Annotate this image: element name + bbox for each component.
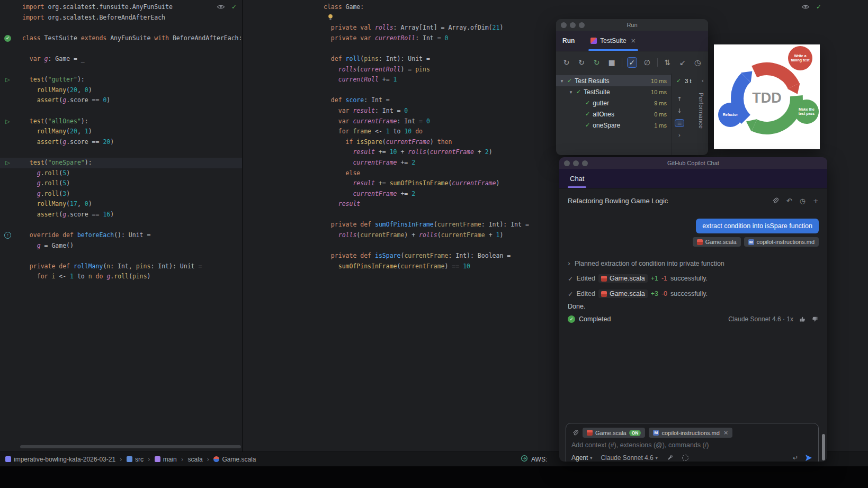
stop-button[interactable]: ■ — [606, 57, 616, 68]
test-tree-row[interactable]: ▾✓Test Results10 ms — [556, 75, 671, 86]
insert-icon[interactable]: ↵ — [793, 454, 798, 462]
zoom-traffic-light[interactable] — [582, 160, 588, 166]
override-marker-icon: ↑ — [4, 232, 11, 239]
scala-file-icon — [601, 291, 607, 297]
run-test-icon[interactable]: ▷ — [4, 159, 11, 166]
chat-window-titlebar[interactable]: GitHub Copilot Chat — [559, 157, 827, 169]
chat-tab-strip: Chat — [559, 169, 827, 188]
expand-panel-icon[interactable]: › — [678, 132, 681, 139]
edited-file-link[interactable]: Game.scala — [598, 274, 648, 283]
attach-icon[interactable] — [771, 197, 779, 205]
filter-menu-icon[interactable]: ≡ — [675, 119, 684, 127]
desktop-background — [0, 466, 868, 488]
sort-by-duration-button[interactable]: ⇅ — [663, 57, 673, 68]
test-tree-row[interactable]: ✓oneSpare1 ms — [556, 120, 671, 131]
horizontal-scrollbar[interactable] — [20, 445, 241, 448]
code-line: var g: Game = _ — [0, 54, 242, 65]
agent-mode-selector[interactable]: Agent ▾ — [571, 454, 592, 462]
minimize-traffic-light[interactable] — [570, 22, 576, 28]
intention-bulb-icon[interactable] — [327, 13, 334, 23]
chat-input-box[interactable]: Game.scalaONMcopilot-instructions.md× Ag… — [566, 423, 819, 462]
close-tab-icon[interactable]: × — [631, 37, 636, 44]
code-line: for i <- 1 to n do g.roll(pins) — [0, 272, 242, 282]
expand-chevron-icon[interactable]: › — [568, 259, 570, 267]
thumbs-down-icon[interactable] — [811, 315, 819, 323]
close-traffic-light[interactable] — [564, 160, 570, 166]
tools-wrench-icon[interactable] — [666, 454, 674, 462]
history-icon[interactable]: ◷ — [800, 197, 806, 205]
tab-performance[interactable]: Performance — [698, 93, 704, 129]
minimize-traffic-light[interactable] — [573, 160, 579, 166]
code-line — [0, 65, 242, 75]
thumbs-up-icon[interactable] — [799, 315, 806, 323]
code-line: g.roll(5) — [0, 168, 242, 179]
passed-count-label: 3 t — [685, 78, 691, 84]
chat-message-input[interactable] — [571, 441, 813, 449]
run-class-icon[interactable]: ✓ — [4, 35, 11, 42]
test-name: Test Results — [575, 77, 609, 85]
model-selector[interactable]: Claude Sonnet 4.6 ▾ — [601, 454, 657, 462]
run-window-titlebar[interactable]: Run — [556, 19, 708, 31]
expand-chevron-icon[interactable]: ▾ — [567, 89, 575, 95]
run-toolbar: ↻↻↻■✓∅⇅↙◷ — [556, 51, 708, 74]
test-tree-row[interactable]: ▾✓TestSuite10 ms — [556, 86, 671, 97]
run-test-icon[interactable]: ▷ — [4, 76, 11, 83]
breadcrumb-item[interactable]: scala — [188, 456, 203, 463]
tab-chat[interactable]: Chat — [568, 169, 586, 188]
input-context-chip[interactable]: Game.scalaON — [583, 428, 645, 438]
chat-scrollbar[interactable] — [822, 434, 825, 460]
toolbar-separator — [657, 58, 658, 67]
test-history-button[interactable]: ◷ — [693, 57, 703, 68]
folder-main-icon — [155, 456, 160, 462]
run-tab-strip: Run TestSuite × — [556, 31, 708, 51]
undo-icon[interactable]: ↶ — [786, 197, 792, 205]
completed-check-icon: ✓ — [568, 315, 575, 323]
context-chip[interactable]: Mcopilot-instructions.md — [744, 237, 819, 247]
test-name: gutter — [593, 100, 609, 107]
edited-file-link[interactable]: Game.scala — [598, 290, 648, 298]
previous-result-icon[interactable]: ↑ — [677, 96, 682, 103]
attach-context-icon[interactable] — [571, 429, 579, 437]
code-line: class Game: — [243, 2, 868, 13]
scala-file-icon — [601, 276, 607, 282]
breadcrumb-item[interactable]: src — [127, 456, 144, 463]
editor-testsuite[interactable]: ✓▷▷▷↑ import org.scalatest.funsuite.AnyF… — [0, 0, 242, 451]
reader-mode-eye-icon[interactable] — [217, 3, 225, 11]
tab-testsuite[interactable]: TestSuite × — [585, 31, 641, 51]
editor-split-divider[interactable] — [242, 0, 243, 451]
show-ignored-button[interactable]: ∅ — [642, 57, 652, 68]
reader-mode-eye-icon[interactable] — [801, 3, 810, 11]
edit-result-row: ✓EditedGame.scala+1-1successfully. — [568, 274, 819, 283]
no-problems-check-icon[interactable]: ✓ — [816, 3, 821, 11]
plan-collapsible-row[interactable]: › Planned extraction of condition into p… — [568, 259, 819, 267]
usage-quota-icon[interactable] — [682, 455, 688, 461]
test-tree-row[interactable]: ✓allOnes0 ms — [556, 109, 671, 120]
breadcrumb-item[interactable]: Game.scala — [213, 456, 256, 463]
model-label: Claude Sonnet 4.6 — [601, 454, 653, 462]
breadcrumb-item[interactable]: imperative-bowling-kata-2026-03-21 — [5, 456, 115, 463]
send-button[interactable] — [804, 454, 813, 462]
test-results-tree[interactable]: ▾✓Test Results10 ms▾✓TestSuite10 ms ✓gut… — [556, 74, 671, 155]
show-passed-button[interactable]: ✓ — [627, 57, 638, 68]
toggle-auto-rerun-button[interactable]: ↻ — [592, 57, 602, 68]
rerun-button[interactable]: ↻ — [561, 57, 571, 68]
new-chat-icon[interactable]: + — [813, 197, 819, 205]
no-problems-check-icon[interactable]: ✓ — [231, 3, 237, 11]
context-chip[interactable]: Game.scala — [693, 237, 741, 247]
navigate-to-test-button[interactable]: ↙ — [677, 57, 687, 68]
close-traffic-light[interactable] — [561, 22, 567, 28]
code-line: g.roll(3) — [0, 189, 242, 200]
breadcrumb-item[interactable]: main — [155, 456, 177, 463]
collapse-panel-icon[interactable]: ‹ — [702, 77, 706, 84]
aws-status-widget[interactable]: AWS: — [521, 452, 547, 466]
next-result-icon[interactable]: ↓ — [677, 107, 682, 114]
code-area[interactable]: import org.scalatest.funsuite.AnyFunSuit… — [0, 0, 242, 282]
expand-chevron-icon[interactable]: ▾ — [558, 78, 566, 84]
code-line: test("oneSpare"): — [0, 158, 242, 168]
rerun-failed-button[interactable]: ↻ — [576, 57, 586, 68]
zoom-traffic-light[interactable] — [579, 22, 585, 28]
chip-close-icon[interactable]: × — [723, 429, 728, 436]
input-context-chip[interactable]: Mcopilot-instructions.md× — [649, 428, 732, 438]
run-test-icon[interactable]: ▷ — [4, 118, 11, 125]
test-tree-row[interactable]: ✓gutter9 ms — [556, 97, 671, 109]
